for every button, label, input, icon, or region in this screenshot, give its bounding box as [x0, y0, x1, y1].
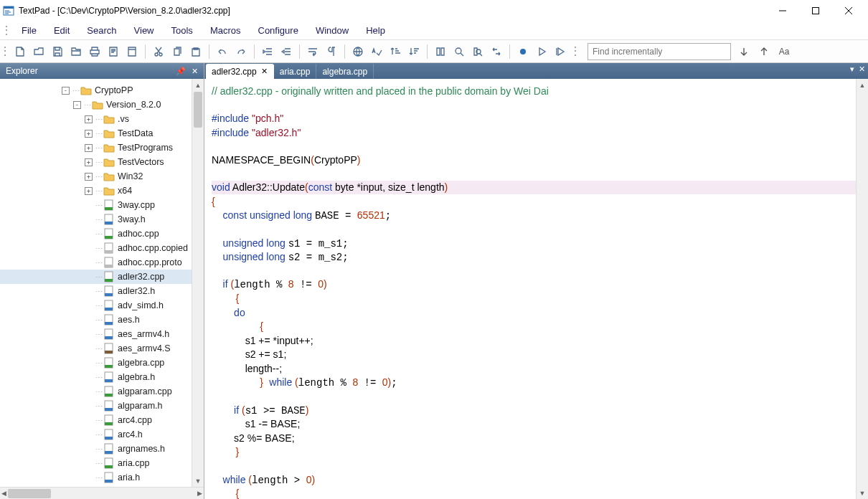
- file-tree[interactable]: -⋯CryptoPP-⋯Version_8.2.0+⋯.vs+⋯TestData…: [0, 79, 192, 487]
- svg-rect-14: [105, 279, 113, 282]
- maximize-button[interactable]: [799, 0, 832, 22]
- tree-folder-.vs[interactable]: +⋯.vs: [0, 112, 192, 126]
- explorer-vscroll[interactable]: ▲▼: [192, 79, 204, 487]
- tree-file-adler32-h[interactable]: ⋯adler32.h: [0, 284, 192, 298]
- menu-file[interactable]: File: [13, 22, 45, 39]
- tree-file-aes-h[interactable]: ⋯aes.h: [0, 313, 192, 327]
- close-button[interactable]: [832, 0, 865, 22]
- tree-file-argnames-h[interactable]: ⋯argnames.h: [0, 442, 192, 456]
- sort-asc-icon[interactable]: [387, 43, 404, 60]
- menu-window[interactable]: Window: [307, 22, 357, 39]
- find-next-icon[interactable]: [735, 43, 753, 60]
- print-preview-icon[interactable]: [105, 43, 122, 60]
- spell-check-icon[interactable]: [368, 43, 385, 60]
- web-preview-icon[interactable]: [349, 43, 367, 60]
- run-macro-icon[interactable]: [552, 43, 569, 60]
- menu-view[interactable]: View: [126, 22, 163, 39]
- tree-file-adhoc-cpp[interactable]: ⋯adhoc.cpp: [0, 227, 192, 241]
- find-in-files-icon[interactable]: [469, 43, 486, 60]
- compare-icon[interactable]: [432, 43, 449, 60]
- tab-dropdown-icon[interactable]: ▾: [850, 65, 854, 74]
- menu-macros[interactable]: Macros: [202, 22, 250, 39]
- menu-drag-handle[interactable]: [6, 25, 9, 37]
- copy-icon[interactable]: [169, 43, 186, 60]
- toolbar-separator: [299, 44, 300, 59]
- tree-expander[interactable]: -: [62, 87, 70, 95]
- open-file-icon[interactable]: [30, 43, 47, 60]
- editor-vscroll[interactable]: ▲▼: [856, 79, 868, 499]
- undo-icon[interactable]: [214, 43, 231, 60]
- svg-rect-2: [813, 8, 819, 14]
- tree-file-aes_armv4-h[interactable]: ⋯aes_armv4.h: [0, 327, 192, 341]
- tree-file-3way-cpp[interactable]: ⋯3way.cpp: [0, 198, 192, 212]
- tree-file-aes_armv4-S[interactable]: ⋯aes_armv4.S: [0, 341, 192, 356]
- tree-folder-testdata[interactable]: +⋯TestData: [0, 126, 192, 141]
- indent-icon[interactable]: [259, 43, 276, 60]
- tab-label: algebra.cpp: [322, 67, 367, 77]
- tab-aria-cpp[interactable]: aria.cpp: [274, 64, 317, 79]
- explorer-pin-icon[interactable]: 📌: [176, 67, 186, 76]
- play-macro-icon[interactable]: [533, 43, 550, 60]
- tree-file-algebra-h[interactable]: ⋯algebra.h: [0, 370, 192, 384]
- tree-file-adler32-cpp[interactable]: ⋯adler32.cpp: [0, 270, 192, 284]
- tree-folder-win32[interactable]: +⋯Win32: [0, 169, 192, 184]
- find-icon[interactable]: [450, 43, 468, 60]
- tree-file-algparam-cpp[interactable]: ⋯algparam.cpp: [0, 384, 192, 399]
- paste-icon[interactable]: [187, 43, 204, 60]
- tree-expander[interactable]: +: [85, 187, 93, 195]
- new-file-icon[interactable]: [11, 43, 29, 60]
- minimize-button[interactable]: [766, 0, 799, 22]
- replace-icon[interactable]: [488, 43, 505, 60]
- tree-folder-testprograms[interactable]: +⋯TestPrograms: [0, 141, 192, 155]
- tree-folder-cryptopp[interactable]: -⋯CryptoPP: [0, 83, 192, 98]
- paragraph-marks-icon[interactable]: [323, 43, 340, 60]
- tree-file-adhoc-cpp-proto[interactable]: ⋯adhoc.cpp.proto: [0, 255, 192, 270]
- tree-expander[interactable]: +: [85, 115, 93, 123]
- toolbar-drag-handle[interactable]: [4, 46, 7, 57]
- tab-adler32-cpp[interactable]: adler32.cpp✕: [206, 64, 274, 79]
- menu-configure[interactable]: Configure: [250, 22, 307, 39]
- tree-file-adv_simd-h[interactable]: ⋯adv_simd.h: [0, 298, 192, 313]
- sort-desc-icon[interactable]: [405, 43, 423, 60]
- outdent-icon[interactable]: [278, 43, 295, 60]
- tree-expander[interactable]: -: [73, 101, 81, 109]
- tab-close-icon[interactable]: ✕: [859, 65, 865, 74]
- match-case-icon[interactable]: Aa: [775, 43, 793, 60]
- tree-file-adhoc-cpp-copied[interactable]: ⋯adhoc.cpp.copied: [0, 241, 192, 255]
- menu-help[interactable]: Help: [357, 22, 394, 39]
- menu-search[interactable]: Search: [78, 22, 125, 39]
- code-editor[interactable]: // adler32.cpp - originally written and …: [204, 79, 856, 499]
- explorer-close-icon[interactable]: ✕: [192, 67, 198, 76]
- print-icon[interactable]: [86, 43, 103, 60]
- tree-file-algparam-h[interactable]: ⋯algparam.h: [0, 399, 192, 413]
- tree-folder-x64[interactable]: +⋯x64: [0, 184, 192, 198]
- tree-file-3way-h[interactable]: ⋯3way.h: [0, 212, 192, 227]
- explorer-hscroll[interactable]: ◀▶: [0, 487, 204, 499]
- page-setup-icon[interactable]: [123, 43, 141, 60]
- menu-tools[interactable]: Tools: [163, 22, 202, 39]
- tree-folder-version[interactable]: -⋯Version_8.2.0: [0, 98, 192, 112]
- tab-close-icon[interactable]: ✕: [261, 67, 268, 75]
- tree-file-algebra-cpp[interactable]: ⋯algebra.cpp: [0, 356, 192, 370]
- redo-icon[interactable]: [232, 43, 250, 60]
- tree-file-aria-h[interactable]: ⋯aria.h: [0, 470, 192, 485]
- tree-folder-testvectors[interactable]: +⋯TestVectors: [0, 155, 192, 169]
- toolbar-drag-handle-2[interactable]: [575, 46, 577, 57]
- find-prev-icon[interactable]: [755, 43, 773, 60]
- tree-file-aria-cpp[interactable]: ⋯aria.cpp: [0, 456, 192, 470]
- tree-expander[interactable]: +: [85, 144, 93, 152]
- menu-edit[interactable]: Edit: [45, 22, 78, 39]
- tree-expander[interactable]: +: [85, 158, 93, 166]
- save-icon[interactable]: [49, 43, 66, 60]
- cut-icon[interactable]: [150, 43, 167, 60]
- tree-file-arc4-h[interactable]: ⋯arc4.h: [0, 427, 192, 442]
- tree-file-arc4-cpp[interactable]: ⋯arc4.cpp: [0, 413, 192, 427]
- search-input[interactable]: [588, 47, 730, 57]
- tab-algebra-cpp[interactable]: algebra.cpp: [316, 64, 374, 79]
- tree-expander[interactable]: +: [85, 130, 93, 138]
- manage-files-icon[interactable]: [67, 43, 85, 60]
- tree-expander[interactable]: +: [85, 173, 93, 181]
- incremental-search[interactable]: [588, 43, 731, 60]
- word-wrap-icon[interactable]: [304, 43, 321, 60]
- record-macro-icon[interactable]: [514, 43, 532, 60]
